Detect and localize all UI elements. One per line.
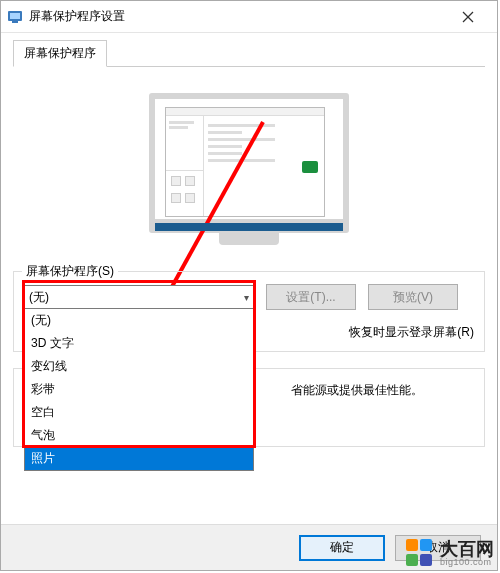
chevron-down-icon: ▾ <box>244 292 249 303</box>
tab-screensaver[interactable]: 屏幕保护程序 <box>13 40 107 67</box>
titlebar: 屏幕保护程序设置 <box>1 1 497 33</box>
app-icon <box>7 9 23 25</box>
watermark-domain: big100.com <box>440 558 494 567</box>
dropdown-option-bubbles[interactable]: 气泡 <box>25 424 253 447</box>
dropdown-option-photos[interactable]: 照片 <box>25 447 253 470</box>
tab-strip: 屏幕保护程序 <box>13 39 485 67</box>
mini-window <box>165 107 325 217</box>
resume-label: 恢复时显示登录屏幕(R) <box>349 324 474 341</box>
ok-button[interactable]: 确定 <box>299 535 385 561</box>
screensaver-group-label: 屏幕保护程序(S) <box>22 263 118 280</box>
monitor-frame <box>149 93 349 233</box>
screensaver-combo[interactable]: (无) ▾ <box>24 285 254 309</box>
dropdown-option-3dtext[interactable]: 3D 文字 <box>25 332 253 355</box>
settings-button[interactable]: 设置(T)... <box>266 284 356 310</box>
svg-rect-1 <box>10 13 20 19</box>
preview-thumbnail <box>302 161 318 173</box>
screensaver-row: (无) ▾ (无) 3D 文字 变幻线 彩带 空白 气泡 照片 设置(T)...… <box>24 284 474 310</box>
dropdown-option-mystify[interactable]: 变幻线 <box>25 355 253 378</box>
preview-button[interactable]: 预览(V) <box>368 284 458 310</box>
settings-window: 屏幕保护程序设置 屏幕保护程序 <box>0 0 498 571</box>
dropdown-option-none[interactable]: (无) <box>25 309 253 332</box>
watermark: 大百网 big100.com <box>406 539 494 567</box>
dropdown-option-blank[interactable]: 空白 <box>25 401 253 424</box>
watermark-name: 大百网 <box>440 540 494 558</box>
screensaver-dropdown-list: (无) 3D 文字 变幻线 彩带 空白 气泡 照片 <box>24 308 254 471</box>
svg-rect-2 <box>12 21 18 23</box>
watermark-logo-icon <box>406 539 434 567</box>
window-title: 屏幕保护程序设置 <box>29 8 445 25</box>
close-button[interactable] <box>445 1 491 33</box>
screensaver-group: 屏幕保护程序(S) (无) ▾ (无) 3D 文字 变幻线 彩带 空白 气泡 照… <box>13 271 485 352</box>
screensaver-combo-value: (无) <box>29 289 49 306</box>
preview-area <box>13 67 485 255</box>
content-area: 屏幕保护程序 <box>1 33 497 459</box>
dropdown-option-ribbons[interactable]: 彩带 <box>25 378 253 401</box>
monitor-preview <box>149 93 349 245</box>
